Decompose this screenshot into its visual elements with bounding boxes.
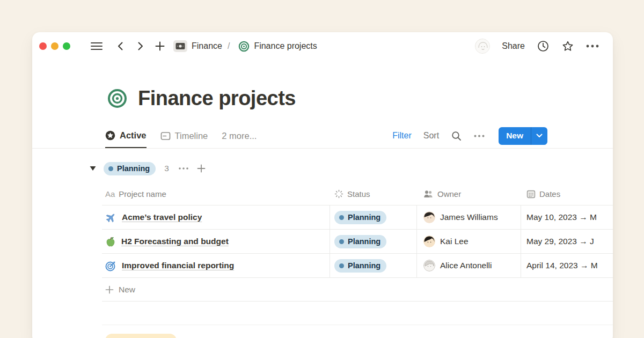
owner-cell[interactable]: James Williams [417, 205, 521, 229]
next-group-status-pill[interactable] [105, 334, 177, 338]
new-button-label[interactable]: New [499, 127, 531, 145]
status-cell[interactable]: Planning [330, 254, 417, 277]
group-status-label: Planning [117, 164, 150, 173]
status-label: Planning [348, 261, 380, 270]
breadcrumb-current[interactable]: Finance projects [254, 41, 317, 51]
favorite-star-icon[interactable] [561, 40, 574, 53]
airplane-icon [105, 212, 116, 223]
table-row: Acme’s travel policy Planning James Will… [102, 205, 613, 229]
search-icon[interactable] [451, 130, 462, 142]
owner-name: James Williams [440, 212, 498, 222]
maximize-window-button[interactable] [63, 42, 70, 50]
sort-button[interactable]: Sort [423, 131, 439, 141]
column-header-dates[interactable]: Dates [521, 189, 613, 199]
tab-timeline[interactable]: Timeline [160, 123, 208, 148]
collaborator-avatar[interactable] [475, 39, 490, 54]
owner-avatar [423, 236, 435, 247]
notion-window: Finance / Finance projects Share [32, 32, 613, 338]
owner-cell[interactable]: Alice Antonelli [417, 254, 521, 277]
group-options-icon[interactable] [179, 167, 188, 170]
new-page-plus-icon[interactable] [155, 41, 165, 52]
group-count: 3 [164, 164, 169, 173]
dates-cell[interactable]: May 29, 2023 → J [521, 230, 613, 253]
group-header: Planning 3 [90, 160, 206, 177]
dates-cell[interactable]: May 10, 2023 → M [521, 205, 613, 229]
minimize-window-button[interactable] [51, 42, 58, 50]
toolbar-divider [32, 148, 613, 149]
breadcrumb-parent[interactable]: Finance [192, 41, 222, 51]
page-title: Finance projects [138, 87, 296, 110]
dartboard-icon [105, 260, 116, 271]
column-header-status[interactable]: Status [330, 189, 417, 199]
owner-avatar [423, 260, 435, 271]
tab-label: Timeline [175, 131, 208, 141]
column-label: Dates [539, 189, 560, 199]
status-burst-icon [334, 189, 343, 199]
text-type-icon: Aa [105, 189, 115, 199]
breadcrumb: Finance / Finance projects [173, 40, 317, 52]
column-header-name[interactable]: Aa Project name [102, 189, 330, 199]
project-name-cell[interactable]: H2 Forecasting and budget [102, 230, 330, 253]
section-divider [102, 325, 613, 325]
close-window-button[interactable] [39, 42, 47, 50]
sidebar-menu-icon[interactable] [91, 41, 103, 51]
project-name-link[interactable]: H2 Forecasting and budget [121, 237, 229, 246]
status-dot [339, 215, 344, 220]
view-tabs: Active Timeline 2 more... [105, 123, 257, 148]
forward-icon[interactable] [135, 41, 145, 52]
collapse-triangle-icon[interactable] [90, 166, 96, 171]
window-topbar: Finance / Finance projects Share [32, 32, 613, 60]
status-cell[interactable]: Planning [330, 230, 417, 253]
owner-avatar [423, 211, 435, 223]
status-label: Planning [348, 213, 380, 222]
table-header-row: Aa Project name Status Owner Dates [102, 182, 613, 205]
new-button[interactable]: New [499, 127, 547, 145]
dates-cell[interactable]: April 14, 2023 → M [521, 254, 613, 277]
project-name-cell[interactable]: Improved financial reporting [102, 254, 330, 277]
project-name-cell[interactable]: Acme’s travel policy [102, 205, 330, 229]
table-row: Improved financial reporting Planning Al… [102, 253, 613, 277]
column-label: Project name [119, 189, 166, 199]
more-views-button[interactable]: 2 more... [222, 131, 257, 141]
window-controls [39, 42, 70, 50]
column-header-owner[interactable]: Owner [417, 189, 521, 199]
status-dot [339, 263, 344, 268]
add-row-label: New [119, 285, 135, 295]
status-dot [108, 166, 113, 171]
calendar-icon [526, 189, 536, 199]
group-add-icon[interactable] [197, 164, 206, 173]
page-target-icon [107, 89, 127, 108]
status-label: Planning [348, 237, 380, 246]
project-name-link[interactable]: Improved financial reporting [122, 261, 234, 270]
tab-label: Active [120, 130, 147, 141]
breadcrumb-separator: / [228, 41, 230, 51]
group-status-pill[interactable]: Planning [104, 162, 156, 175]
apple-icon [105, 236, 116, 247]
tab-active[interactable]: Active [105, 123, 147, 148]
owner-cell[interactable]: Kai Lee [417, 230, 521, 253]
target-icon [238, 41, 250, 52]
filter-button[interactable]: Filter [392, 131, 412, 141]
timeline-icon [160, 131, 171, 141]
column-label: Owner [437, 189, 461, 199]
updates-clock-icon[interactable] [537, 40, 550, 53]
add-row-button[interactable]: New [102, 277, 613, 302]
projects-table: Aa Project name Status Owner Dates [102, 182, 613, 302]
column-label: Status [347, 189, 370, 199]
project-name-link[interactable]: Acme’s travel policy [122, 212, 202, 222]
view-options-icon[interactable] [474, 135, 485, 137]
finance-workspace-icon[interactable] [173, 40, 187, 52]
table-row: H2 Forecasting and budget Planning Kai L… [102, 229, 613, 253]
plus-icon [105, 285, 114, 294]
owner-name: Alice Antonelli [440, 261, 492, 270]
owner-name: Kai Lee [440, 237, 469, 246]
more-options-icon[interactable] [586, 45, 599, 48]
new-button-dropdown[interactable] [531, 127, 547, 145]
star-circle-icon [105, 130, 115, 141]
share-button[interactable]: Share [502, 41, 525, 51]
people-icon [423, 190, 434, 198]
status-dot [339, 239, 344, 244]
back-icon[interactable] [115, 41, 126, 52]
status-cell[interactable]: Planning [330, 205, 417, 229]
